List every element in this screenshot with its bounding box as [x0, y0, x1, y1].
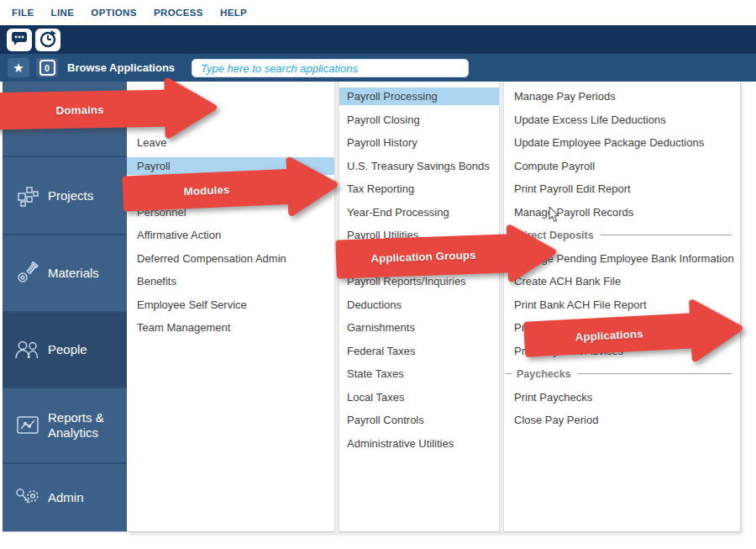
recent-activity-button[interactable] [35, 29, 60, 51]
separator-line [601, 235, 732, 235]
app-group-item[interactable]: Payroll Closing [339, 108, 499, 132]
sidebar-item-admin[interactable]: Admin [3, 464, 127, 531]
domains-sidebar: ×|= Projects [3, 82, 127, 532]
sidebar-item-projects[interactable]: Projects [3, 157, 127, 235]
people-icon [13, 335, 43, 365]
app-window: FILE LINE OPTIONS PROCESS HELP [0, 0, 756, 549]
sidebar-item-people[interactable]: People [3, 313, 127, 388]
menu-file[interactable]: FILE [12, 8, 34, 18]
application-item[interactable]: Manage Payroll Records [504, 201, 740, 224]
favorites-button[interactable]: ★ [8, 58, 29, 77]
admin-key-gear-icon [13, 483, 43, 513]
application-item[interactable]: Update Employee Package Deductions [504, 131, 740, 155]
app-group-item[interactable]: Federal Taxes [339, 340, 499, 363]
arrow-label: Application Groups [335, 234, 511, 278]
sidebar-item-label: People [48, 342, 87, 357]
recent-count-badge: 0 [39, 60, 55, 76]
menu-process[interactable]: PROCESS [154, 8, 203, 18]
separator-line [578, 373, 732, 374]
modules-panel: Employment Leave Payroll Personnel Affir… [127, 82, 334, 532]
application-item[interactable]: Close Pay Period [504, 409, 740, 432]
menu-line[interactable]: LINE [51, 8, 75, 18]
modules-annotation-arrow: Modules [122, 155, 339, 223]
application-item[interactable]: Manage Pay Periods [504, 85, 740, 108]
arrow-label: Domains [0, 90, 168, 130]
application-groups-annotation-arrow: Application Groups [335, 223, 557, 288]
mouse-cursor-icon [549, 207, 560, 227]
sidebar-item-label: Reports & Analytics [48, 410, 125, 441]
app-group-item[interactable]: U.S. Treasury Savings Bonds [339, 155, 499, 178]
application-search-input[interactable] [192, 59, 469, 77]
app-group-item-payroll-processing[interactable]: Payroll Processing [339, 85, 499, 108]
module-item[interactable]: Deferred Compensation Admin [127, 247, 334, 271]
app-group-item[interactable]: Year-End Processing [339, 201, 499, 224]
separator-dash [506, 373, 512, 374]
application-groups-panel: Payroll Processing Payroll Closing Payro… [339, 82, 499, 532]
menu-options[interactable]: OPTIONS [91, 8, 137, 18]
projects-icon [13, 181, 43, 211]
applications-annotation-arrow: Applications [522, 297, 744, 371]
application-item[interactable]: Print Payroll Edit Report [504, 177, 740, 201]
star-icon: ★ [13, 61, 24, 74]
app-group-item[interactable]: Garnishments [339, 316, 499, 340]
app-group-item[interactable]: Local Taxes [339, 386, 499, 409]
reports-chart-icon [13, 410, 43, 441]
sidebar-item-reports-analytics[interactable]: Reports & Analytics [3, 388, 127, 464]
application-item[interactable]: Update Excess Life Deductions [504, 108, 740, 132]
arrow-label: Modules [122, 169, 291, 212]
main-toolbar [0, 25, 756, 54]
sidebar-item-label: Admin [48, 490, 84, 505]
recent-count-button[interactable]: 0 [36, 58, 58, 77]
sidebar-item-materials[interactable]: Materials [3, 235, 127, 313]
recent-activity-clock-icon [38, 29, 58, 52]
application-item[interactable]: Compute Payroll [504, 155, 740, 178]
module-item[interactable]: Benefits [127, 270, 334, 293]
module-item[interactable]: Affirmative Action [127, 224, 334, 247]
messages-button[interactable] [7, 29, 32, 51]
messages-icon [9, 29, 29, 52]
domains-annotation-arrow: Domains [0, 77, 218, 142]
app-group-item[interactable]: Administrative Utilities [339, 432, 499, 456]
separator-label: Paychecks [517, 368, 571, 380]
browse-toolbar: ★ 0 Browse Applications [0, 54, 756, 82]
app-group-item[interactable]: Tax Reporting [339, 177, 499, 201]
module-item[interactable]: Team Management [127, 316, 334, 340]
module-item[interactable]: Employee Self Service [127, 293, 334, 317]
app-group-item[interactable]: Deductions [339, 293, 499, 317]
app-group-item[interactable]: Payroll History [339, 131, 499, 155]
app-group-item[interactable]: Payroll Controls [339, 409, 499, 432]
menubar: FILE LINE OPTIONS PROCESS HELP [0, 0, 756, 25]
sidebar-item-label: Materials [48, 266, 99, 281]
menu-help[interactable]: HELP [220, 8, 247, 18]
sidebar-item-label: Projects [48, 188, 93, 203]
materials-icon [13, 258, 43, 288]
application-item[interactable]: Print Paychecks [504, 386, 740, 409]
app-group-item[interactable]: State Taxes [339, 362, 499, 386]
